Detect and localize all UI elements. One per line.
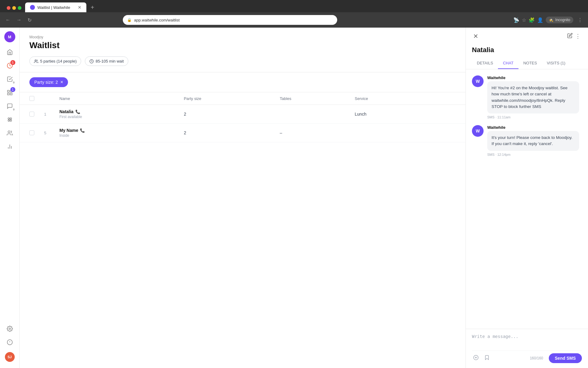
svg-point-9 <box>8 131 10 133</box>
filter-chip-close-icon[interactable]: × <box>60 80 63 85</box>
minimize-window-btn[interactable] <box>12 6 16 10</box>
close-window-btn[interactable] <box>7 6 10 10</box>
sidebar-item-home[interactable] <box>4 46 16 58</box>
col-name: Name <box>55 92 179 105</box>
guest-1-name: Natalia 📞 <box>59 109 174 114</box>
panel-more-button[interactable]: ⋮ <box>574 32 582 41</box>
row-5-num: 5 <box>39 124 55 142</box>
row-1-num: 1 <box>39 105 55 124</box>
panel-tabs: DETAILS CHAT NOTES VISITS (1) <box>466 58 588 69</box>
svg-point-8 <box>10 120 11 121</box>
row-5-party-size: 2 <box>179 124 275 142</box>
sidebar-item-apps[interactable] <box>4 113 16 126</box>
sidebar-item-analytics[interactable] <box>4 140 16 153</box>
panel-header: ✕ ⋮ <box>466 28 588 45</box>
svg-point-17 <box>35 59 36 61</box>
wait-label: 85-105 min wait <box>96 59 124 63</box>
incognito-icon: 🕵️ <box>549 18 553 22</box>
table-row[interactable]: 5 My Name 📞 Inside 2 – <box>20 124 466 142</box>
row-1-actions <box>431 105 466 124</box>
parties-label: 5 parties (14 people) <box>40 59 77 63</box>
address-text: app.waitwhile.com/waitlist <box>134 18 180 22</box>
waitlist-table: Name Party size Tables Service 1 Natalia <box>20 92 466 142</box>
tab-visits[interactable]: VISITS (1) <box>542 58 570 69</box>
tab-details[interactable]: DETAILS <box>472 58 498 69</box>
svg-point-5 <box>8 118 9 119</box>
sidebar-logo-avatar[interactable]: M <box>4 31 15 42</box>
guest-5-sub: Inside <box>59 133 174 138</box>
sidebar-item-messages[interactable]: 0 <box>4 100 16 112</box>
tab-chat[interactable]: CHAT <box>498 58 518 69</box>
party-size-filter-chip[interactable]: Party size: 2 × <box>29 77 68 87</box>
row-1-party-size: 2 <box>179 105 275 124</box>
tab-close-icon[interactable]: ✕ <box>78 5 81 10</box>
new-tab-button[interactable]: + <box>88 3 97 12</box>
parties-stat: 5 parties (14 people) <box>29 56 81 66</box>
main-header: Moodjoy Waitlist 5 parties (14 people) 8… <box>20 28 466 72</box>
page-title: Waitlist <box>29 40 456 50</box>
right-panel: ✕ ⋮ Natalia DETAILS CHAT NOTES VISITS (1… <box>466 28 588 368</box>
panel-edit-button[interactable] <box>566 32 574 41</box>
sidebar-item-notifications[interactable]: 5 <box>4 59 16 72</box>
panel-guest-name: Natalia <box>466 45 588 58</box>
save-template-button[interactable] <box>483 354 491 363</box>
address-bar[interactable]: 🔒 app.waitwhile.com/waitlist <box>123 15 337 25</box>
panel-close-button[interactable]: ✕ <box>472 31 480 41</box>
add-attachment-button[interactable] <box>472 354 480 363</box>
col-service: Service <box>350 92 431 105</box>
filter-chip-label: Party size: 2 <box>34 80 58 85</box>
message-1-text: Hi! You're #2 on the Moodjoy waitlist. S… <box>492 85 575 110</box>
guest-5-name: My Name 📞 <box>59 128 174 133</box>
filter-section: Party size: 2 × <box>20 72 466 92</box>
sidebar-item-tasks[interactable]: 0 <box>4 73 16 85</box>
wait-stat: 85-105 min wait <box>85 56 128 66</box>
user-avatar[interactable]: SJ <box>5 352 15 362</box>
cast-icon: 📡 <box>513 17 519 23</box>
lock-icon: 🔒 <box>127 18 132 22</box>
browser-menu-button[interactable]: ⋮ <box>576 16 584 24</box>
sidebar-item-waitlist[interactable]: 1 <box>4 86 16 99</box>
forward-button[interactable]: → <box>15 16 23 24</box>
stats-bar: 5 parties (14 people) 85-105 min wait <box>29 56 456 66</box>
message-1-time: SMS · 11:11am <box>487 115 579 119</box>
waitlist-badge: 1 <box>10 87 15 92</box>
extensions-icon[interactable]: 🧩 <box>529 17 535 23</box>
tab-notes[interactable]: NOTES <box>518 58 542 69</box>
bookmark-icon[interactable]: ☆ <box>522 17 526 23</box>
guest-5-phone-icon: 📞 <box>80 128 85 133</box>
col-num <box>39 92 55 105</box>
browser-tab-active[interactable]: Waitlist | Waitwhile ✕ <box>25 2 86 12</box>
row-5-checkbox[interactable] <box>29 130 34 135</box>
sidebar-item-guests[interactable] <box>4 127 16 139</box>
row-1-name-cell: Natalia 📞 First available <box>55 105 179 124</box>
table-row[interactable]: 1 Natalia 📞 First available 2 Lunch <box>20 105 466 124</box>
profile-icon[interactable]: 👤 <box>537 17 543 23</box>
message-2-text: It's your turn! Please come back to Mood… <box>492 135 575 147</box>
sidebar-item-help[interactable] <box>4 336 16 348</box>
col-party-size: Party size <box>179 92 275 105</box>
row-5-service <box>350 124 431 142</box>
users-icon <box>34 59 38 63</box>
row-1-tables <box>275 105 350 124</box>
breadcrumb: Moodjoy <box>29 35 456 39</box>
col-extra <box>431 92 466 105</box>
chat-bubble-1-content: Hi! You're #2 on the Moodjoy waitlist. S… <box>487 81 579 113</box>
reload-button[interactable]: ↻ <box>26 16 33 24</box>
incognito-badge: 🕵️ Incognito <box>546 17 573 23</box>
guest-1-sub: First available <box>59 115 174 119</box>
row-1-checkbox[interactable] <box>29 112 34 117</box>
svg-point-13 <box>9 328 10 330</box>
sidebar: M 5 0 1 0 <box>0 28 20 368</box>
guest-5-name-text: My Name <box>59 128 78 133</box>
sidebar-item-settings[interactable] <box>4 323 16 335</box>
send-sms-button[interactable]: Send SMS <box>549 353 582 363</box>
chat-messages: W Waitwhile Hi! You're #2 on the Moodjoy… <box>466 69 588 329</box>
table-container: Name Party size Tables Service 1 Natalia <box>20 92 466 368</box>
back-button[interactable]: ← <box>4 16 12 24</box>
message-input[interactable] <box>472 334 582 349</box>
notifications-badge: 5 <box>10 60 15 65</box>
message-toolbar: 160/160 Send SMS <box>472 351 582 363</box>
maximize-window-btn[interactable] <box>18 6 21 10</box>
chat-bubble-2-content: It's your turn! Please come back to Mood… <box>487 131 579 151</box>
select-all-checkbox[interactable] <box>29 96 34 101</box>
